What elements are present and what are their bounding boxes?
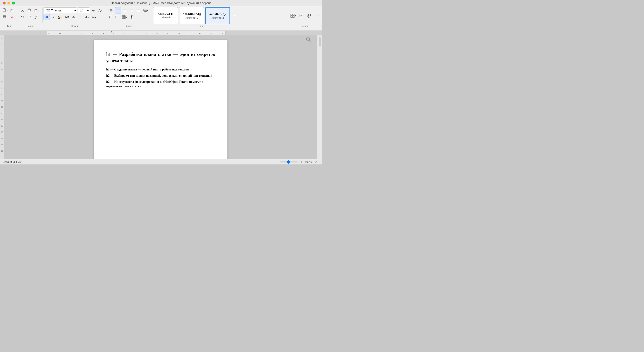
indent-increase-button[interactable] — [114, 14, 120, 20]
ruler-mark-9: 9 — [0, 86, 4, 93]
redo-button[interactable] — [26, 14, 32, 20]
svg-point-10 — [109, 9, 110, 10]
svg-text:6: 6 — [135, 32, 136, 34]
svg-text:7: 7 — [146, 32, 147, 34]
window-title: Новый документ 1 [Изменен] - МойОфис Ста… — [111, 1, 211, 5]
font-name-select[interactable]: XO Thames — [44, 8, 77, 13]
font-color-button[interactable]: А ▾ — [84, 14, 90, 20]
italic-button[interactable]: К — [50, 14, 56, 20]
bullet-list-button[interactable]: ▾ — [107, 7, 114, 14]
styles-more-button[interactable]: ··· — [231, 12, 238, 19]
divider-5 — [248, 7, 248, 23]
align-center-button[interactable] — [122, 7, 128, 14]
page-info: Страница 1 из 1 — [3, 160, 23, 164]
heading-2-3[interactable]: h2 — Инструменты форматирования в «МойОф… — [106, 80, 215, 88]
font-size-select[interactable]: 14 — [78, 8, 90, 13]
zoom-slider[interactable] — [280, 162, 298, 162]
zoom-controls: − + 100% ⤢ — [274, 159, 320, 165]
insert-section: ▾ ··· Вставка — [289, 7, 321, 27]
svg-rect-43 — [122, 16, 126, 18]
insert-link-button[interactable] — [306, 12, 313, 19]
table-button[interactable]: ▾ — [121, 14, 128, 20]
style-h2-sample: АаБбВвГгДд — [209, 12, 226, 16]
styles-collapse-button[interactable]: ▲ — [239, 7, 245, 14]
svg-marker-42 — [116, 16, 116, 18]
insert-image-button[interactable] — [298, 12, 304, 19]
svg-rect-6 — [35, 10, 37, 12]
window-controls — [3, 2, 15, 4]
svg-point-53 — [300, 15, 300, 16]
superscript-button[interactable]: Ав — [71, 14, 77, 20]
align-justify-button[interactable] — [135, 7, 142, 14]
new-file-button[interactable]: ▾ — [1, 7, 9, 14]
document-page[interactable]: h1 — Разработка плана статьи — один из с… — [94, 40, 228, 159]
insert-label: Вставка — [301, 25, 309, 27]
style-h1-card[interactable]: АаБбВвГгДд Заголовок 1 — [179, 7, 204, 24]
copy-button[interactable] — [26, 7, 32, 14]
paste-button[interactable]: ▾ — [33, 7, 40, 14]
indent-decrease-button[interactable] — [107, 14, 114, 20]
undo-button[interactable] — [19, 14, 26, 20]
style-h1-label: Заголовок 1 — [185, 16, 198, 19]
insert-more-button[interactable]: ··· — [314, 12, 321, 19]
svg-text:-2: -2 — [48, 32, 50, 34]
left-ruler: 1 2 3 4 5 6 7 8 9 10 11 12 13 14 15 16 1… — [0, 36, 4, 159]
close-button[interactable] — [3, 2, 6, 4]
font-size-increase-button[interactable]: A+ — [97, 7, 104, 14]
font-size-decrease-button[interactable]: A− — [90, 7, 97, 14]
align-left-button[interactable] — [115, 7, 121, 14]
heading-2-1[interactable]: h2 — Создание плана — первый шаг в работ… — [106, 67, 215, 72]
align-right-button[interactable] — [128, 7, 135, 14]
svg-text:12: 12 — [199, 32, 201, 34]
highlight-button[interactable]: Á ▾ — [91, 14, 97, 20]
right-panel — [317, 36, 322, 159]
clear-format-button[interactable] — [33, 14, 39, 20]
ruler-mark-14: 14 — [0, 118, 4, 124]
open-file-button[interactable] — [9, 7, 16, 14]
bold-button[interactable]: Ж — [44, 14, 50, 20]
zoom-in-button[interactable]: + — [299, 160, 304, 164]
font-section: XO Thames 14 A− A+ Ж К Ч АВ Ав — [44, 7, 105, 27]
maximize-button[interactable] — [12, 2, 15, 4]
underline-button[interactable]: Ч — [57, 14, 63, 20]
strikethrough-button[interactable]: АВ — [64, 14, 70, 20]
paragraph-label: Абзац — [126, 25, 132, 27]
cut-button[interactable] — [19, 7, 26, 14]
svg-rect-48 — [291, 14, 292, 16]
svg-text:14: 14 — [220, 32, 223, 34]
heading-2-2[interactable]: h2 — Выбираем тип плана: назывной, вопро… — [106, 74, 215, 78]
svg-text:9: 9 — [167, 32, 168, 34]
style-normal-label: Обычный — [160, 16, 170, 19]
statusbar: Страница 1 из 1 − + 100% ⤢ — [0, 159, 322, 164]
zoom-out-button[interactable]: − — [274, 160, 278, 164]
style-h1-sample: АаБбВвГгДд — [182, 12, 201, 16]
ruler-mark-15: 15 — [0, 124, 4, 130]
ruler-mark-1: 1 — [0, 36, 4, 43]
main-area: 1 2 3 4 5 6 7 8 9 10 11 12 13 14 15 16 1… — [0, 36, 322, 159]
print-button[interactable]: ▾ — [1, 14, 9, 20]
fullscreen-button[interactable]: ⤢ — [313, 159, 320, 165]
ruler: -2 -1 . 1 2 3 4 5 6 7 8 9 10 11 12 13 14 — [0, 31, 322, 36]
style-h2-card[interactable]: АаБбВвГгДд Заголовок 2 — [205, 7, 230, 24]
minimize-button[interactable] — [8, 2, 10, 4]
toolbar-area: ▾ ▾ Файл — [0, 6, 322, 31]
search-icon-area[interactable] — [306, 37, 311, 43]
insert-table-button[interactable]: ▾ — [289, 12, 296, 19]
scroll-thumb[interactable] — [319, 37, 321, 46]
heading-1[interactable]: h1 — Разработка плана статьи — один из с… — [106, 51, 215, 64]
svg-rect-51 — [293, 16, 294, 18]
svg-text:3: 3 — [102, 32, 104, 34]
show-formatting-button[interactable]: ¶ — [128, 14, 135, 20]
style-normal-card[interactable]: АаБбВвГгДдЕе Обычный — [153, 7, 178, 24]
styles-label: Стили — [197, 25, 204, 27]
svg-rect-7 — [35, 9, 36, 10]
ruler-mark-5: 5 — [0, 62, 4, 68]
font-more-button[interactable]: ... — [78, 14, 84, 20]
document-area[interactable]: h1 — Разработка плана статьи — один из с… — [4, 36, 317, 159]
svg-rect-56 — [226, 31, 322, 36]
line-spacing-button[interactable]: ▾ — [142, 7, 150, 14]
ruler-mark-2: 2 — [0, 43, 4, 49]
erase-button[interactable] — [9, 14, 16, 20]
divider-4 — [152, 7, 152, 23]
svg-text:5: 5 — [124, 32, 125, 34]
